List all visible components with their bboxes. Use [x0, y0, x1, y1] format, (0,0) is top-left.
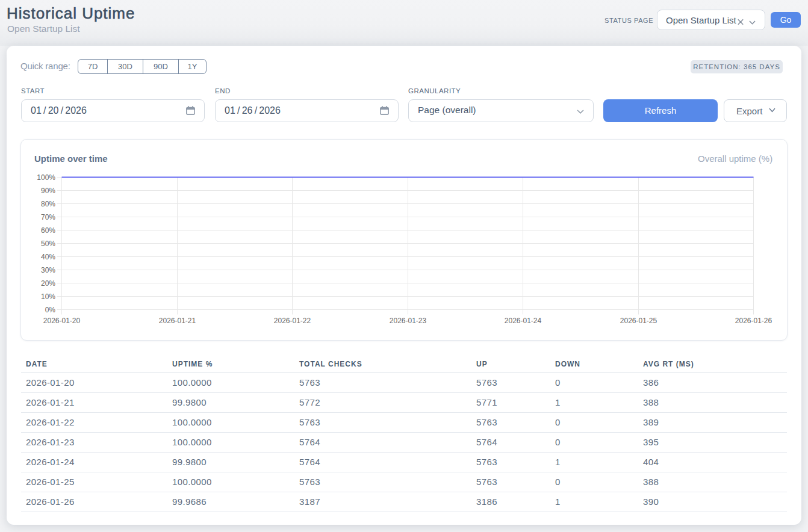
svg-text:30%: 30% [41, 266, 55, 274]
svg-text:80%: 80% [41, 200, 55, 208]
svg-text:50%: 50% [41, 240, 55, 248]
svg-text:2026-01-20: 2026-01-20 [43, 317, 81, 325]
svg-text:100%: 100% [37, 173, 55, 182]
svg-text:90%: 90% [41, 187, 55, 195]
svg-text:10%: 10% [41, 292, 55, 301]
svg-text:20%: 20% [41, 279, 55, 288]
svg-text:0%: 0% [45, 306, 56, 314]
svg-text:40%: 40% [41, 253, 55, 261]
svg-text:60%: 60% [41, 226, 55, 235]
svg-text:2026-01-24: 2026-01-24 [505, 317, 542, 325]
svg-text:2026-01-22: 2026-01-22 [274, 317, 311, 325]
svg-text:2026-01-25: 2026-01-25 [620, 317, 657, 325]
svg-text:2026-01-21: 2026-01-21 [159, 317, 196, 325]
svg-text:70%: 70% [41, 213, 55, 221]
svg-text:2026-01-23: 2026-01-23 [390, 317, 427, 325]
svg-text:2026-01-26: 2026-01-26 [735, 317, 772, 325]
